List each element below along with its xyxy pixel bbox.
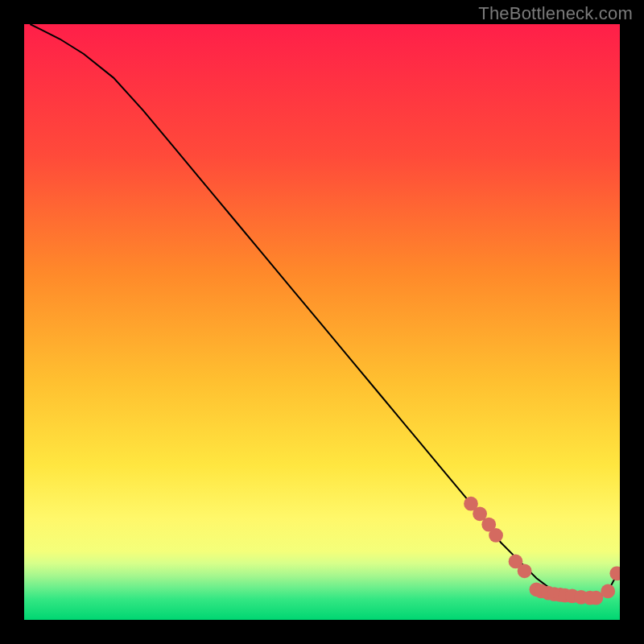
marker-point xyxy=(518,564,532,578)
gradient-background xyxy=(24,24,620,620)
attribution-text: TheBottleneck.com xyxy=(478,3,633,24)
chart-frame: TheBottleneck.com xyxy=(0,0,644,644)
plot-area xyxy=(24,24,620,620)
chart-svg xyxy=(24,24,620,620)
marker-point xyxy=(601,584,615,599)
marker-point xyxy=(489,528,503,543)
